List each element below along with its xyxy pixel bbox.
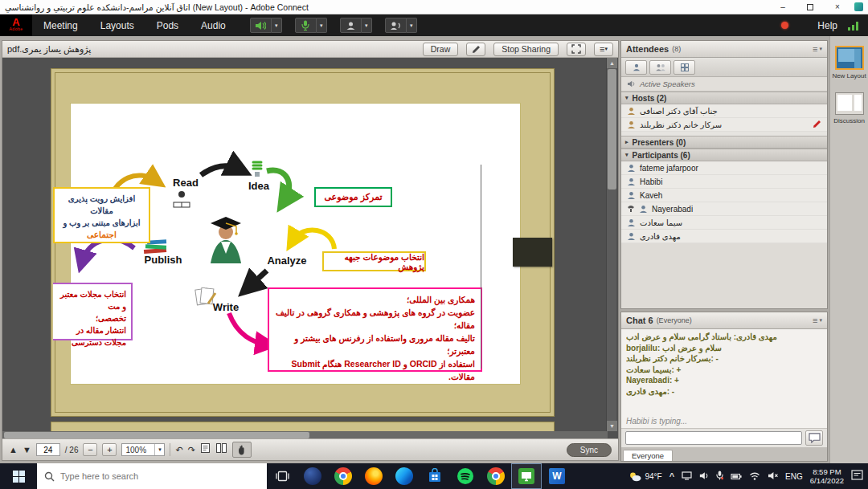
- stop-sharing-button[interactable]: Stop Sharing: [493, 43, 559, 56]
- horizontal-scrollbar-thumb[interactable]: [4, 432, 309, 438]
- menu-meeting[interactable]: Meeting: [32, 14, 89, 36]
- taskbar-search[interactable]: [37, 463, 267, 489]
- tray-wifi-icon[interactable]: [749, 469, 760, 483]
- search-input[interactable]: [60, 471, 260, 481]
- layout-discussion-label: Discussion: [831, 117, 868, 124]
- app-icon-firefox[interactable]: [358, 463, 389, 489]
- app-icon-chrome[interactable]: [328, 463, 358, 489]
- start-button[interactable]: [0, 463, 37, 489]
- sync-button[interactable]: Sync: [567, 443, 612, 457]
- tab-everyone[interactable]: Everyone: [623, 450, 673, 461]
- layout-thumb-region: [837, 95, 852, 111]
- attendees-pod: Attendees (8) ≡▾ Active Speakers: [620, 40, 828, 309]
- vertical-scrollbar[interactable]: ▲ ▼: [606, 58, 616, 431]
- menu-pods[interactable]: Pods: [145, 14, 190, 36]
- person-audio-icon: [390, 21, 402, 31]
- journal-box-line3: انتشار مقاله در مجلات دسترسی: [58, 324, 126, 348]
- hidden-icons-chevron[interactable]: ^: [669, 471, 674, 481]
- attendees-title: Attendees: [626, 44, 669, 54]
- tray-speaker-icon[interactable]: [699, 469, 709, 483]
- attendee-row[interactable]: مهدی قادری: [621, 230, 827, 243]
- hosts-section-header[interactable]: ▾ Hosts (2): [621, 92, 827, 104]
- attendee-row-host[interactable]: سرکار خانم دکتر نظربلند: [621, 118, 827, 132]
- app-icon-word[interactable]: W: [542, 463, 572, 489]
- task-view-button[interactable]: [267, 463, 297, 489]
- attendee-row-host[interactable]: جناب آقای دکتر اصنافی: [621, 104, 827, 118]
- language-indicator[interactable]: ENG: [785, 472, 803, 481]
- tray-microphone-icon[interactable]: [716, 469, 723, 483]
- tray-battery-icon[interactable]: [731, 469, 742, 483]
- undo-button[interactable]: ↶: [175, 445, 182, 455]
- speaker-rights-dropdown[interactable]: ▾: [407, 18, 417, 33]
- tray-monitor-icon[interactable]: [682, 469, 692, 483]
- typing-indicator: Habibi is typing...: [626, 417, 822, 426]
- presenters-section-header[interactable]: ▸ Presenters (0): [621, 136, 827, 149]
- attendee-status-button[interactable]: [625, 60, 647, 75]
- page-number-input[interactable]: [36, 443, 60, 456]
- fit-width-button[interactable]: [215, 442, 227, 457]
- layout-discussion[interactable]: [835, 92, 864, 115]
- participants-section-header[interactable]: ▾ Participants (6): [621, 149, 827, 161]
- webcam-dropdown[interactable]: ▾: [362, 18, 372, 33]
- menu-audio[interactable]: Audio: [190, 14, 237, 36]
- attendee-row[interactable]: Kaveh: [621, 189, 827, 202]
- attendee-row[interactable]: سیما سعادت: [621, 216, 827, 230]
- zoom-dropdown-icon[interactable]: ▾: [154, 444, 164, 455]
- attendee-row[interactable]: Nayerabadi: [621, 202, 827, 216]
- share-pod-header: پژوهش یساز یمری.pdf Draw Stop Sharing ≡▾: [2, 41, 618, 58]
- attendees-empty-area: [621, 243, 827, 308]
- chat-pod-menu-button[interactable]: ≡▾: [813, 316, 822, 325]
- microphone-dropdown[interactable]: ▾: [317, 18, 327, 33]
- app-icon-edge[interactable]: [389, 463, 420, 489]
- app-icon-chrome-2[interactable]: [481, 463, 511, 489]
- fullscreen-button[interactable]: [567, 43, 586, 56]
- attendee-view-button[interactable]: [649, 60, 671, 75]
- redo-button[interactable]: ↷: [188, 445, 195, 455]
- pan-tool-button[interactable]: [232, 442, 252, 458]
- horizontal-scrollbar[interactable]: [2, 431, 608, 438]
- international-collaboration-box: همکاری بین المللی؛ عضویت در گروه های پژو…: [268, 287, 482, 372]
- speaker-rights-button[interactable]: [385, 18, 407, 33]
- chat-message-area[interactable]: مهدی قادری: باستاد گرامی سلام و عرض ادب …: [621, 329, 827, 428]
- scroll-up-arrow[interactable]: ▲: [607, 58, 617, 68]
- zoom-out-button[interactable]: −: [83, 443, 97, 456]
- microphone-button[interactable]: [295, 18, 317, 33]
- tray-volume-muted-icon[interactable]: [768, 469, 778, 483]
- draw-button[interactable]: Draw: [423, 43, 459, 56]
- share-pod-menu-button[interactable]: ≡▾: [594, 43, 613, 56]
- app-icon-spotify[interactable]: [450, 463, 481, 489]
- chat-input[interactable]: [625, 431, 802, 445]
- minimize-button[interactable]: –: [769, 0, 796, 14]
- speaker-dropdown[interactable]: ▾: [272, 18, 282, 33]
- close-button[interactable]: ×: [824, 0, 851, 14]
- previous-page-button[interactable]: ▲: [9, 445, 18, 454]
- webcam-button[interactable]: [340, 18, 362, 33]
- app-icon-connect-screenshare[interactable]: [511, 463, 542, 489]
- layout-new-layout[interactable]: [835, 46, 864, 70]
- vertical-scrollbar-thumb[interactable]: [608, 69, 616, 189]
- menu-layouts[interactable]: Layouts: [89, 14, 145, 36]
- send-message-button[interactable]: [805, 430, 823, 446]
- connection-signal-icon[interactable]: [847, 21, 860, 31]
- page-total-label: / 26: [65, 446, 79, 454]
- attendee-row[interactable]: fateme jafarpoor: [621, 161, 827, 175]
- app-icon-store[interactable]: [420, 463, 450, 489]
- zoom-in-button[interactable]: +: [102, 443, 117, 456]
- screen-share-icon: [518, 468, 534, 484]
- maximize-button[interactable]: [796, 0, 824, 14]
- app-icon-mail[interactable]: [297, 463, 328, 489]
- next-page-button[interactable]: ▼: [23, 445, 31, 454]
- pen-tool-button[interactable]: [466, 43, 485, 56]
- scroll-down-arrow[interactable]: ▼: [607, 421, 617, 431]
- attendees-pod-menu-button[interactable]: ≡▾: [813, 44, 822, 54]
- speaker-button[interactable]: [250, 18, 272, 33]
- menu-help[interactable]: Help: [809, 20, 845, 31]
- attendee-row[interactable]: Habibi: [621, 175, 827, 189]
- action-center-button[interactable]: [851, 469, 863, 483]
- breakout-room-button[interactable]: [674, 60, 695, 75]
- taskbar-weather[interactable]: 94°F: [628, 471, 661, 482]
- pod-menu-icon: ≡: [813, 316, 817, 325]
- taskbar-clock[interactable]: 8:59 PM 6/14/2022: [810, 467, 844, 485]
- fit-page-button[interactable]: [200, 442, 211, 457]
- zoom-level-select[interactable]: 100% ▾: [121, 443, 165, 456]
